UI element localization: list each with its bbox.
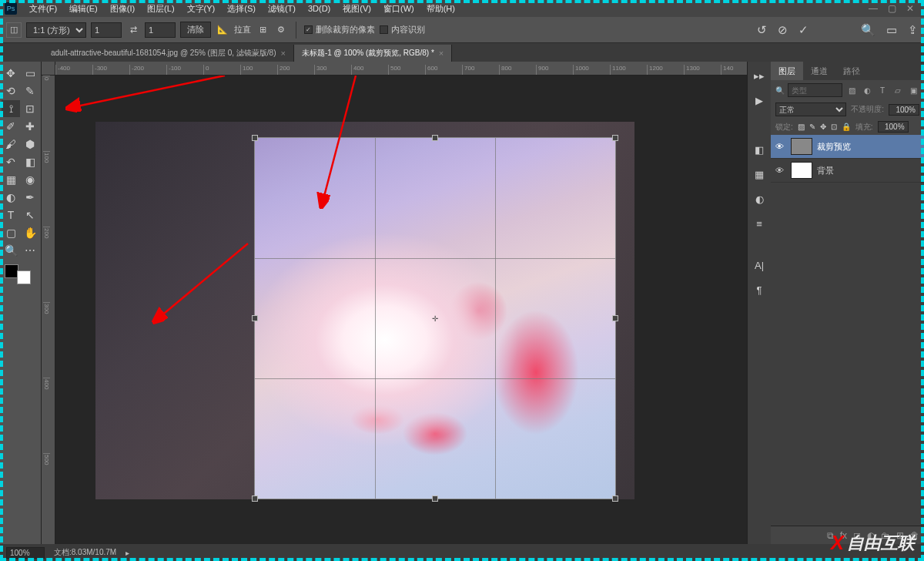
properties-panel-icon[interactable]: ≡ (752, 216, 767, 231)
document-tab[interactable]: adult-attractive-beautiful-1681054.jpg @… (43, 45, 294, 62)
menu-help[interactable]: 帮助(H) (420, 3, 461, 15)
quick-select-tool[interactable]: ✎ (21, 82, 39, 99)
hand-tool[interactable]: ✋ (21, 224, 39, 241)
close-button[interactable]: ✕ (901, 3, 919, 14)
history-brush-tool[interactable]: ↶ (2, 153, 20, 170)
menu-layer[interactable]: 图层(L) (141, 3, 180, 15)
layer-row[interactable]: 👁 裁剪预览 (771, 135, 924, 159)
vertical-ruler: 0100200300400500 (42, 76, 55, 544)
layer-filter-input[interactable] (788, 83, 842, 97)
cancel-crop-icon[interactable]: ⊘ (778, 23, 788, 37)
menu-3d[interactable]: 3D(D) (302, 4, 336, 13)
filter-kind-icon[interactable]: 🔍 (775, 86, 785, 95)
minimize-button[interactable]: — (864, 3, 882, 14)
crop-height-input[interactable] (145, 22, 176, 38)
zoom-tool[interactable]: 🔍 (2, 242, 20, 259)
gradient-tool[interactable]: ▦ (2, 171, 20, 188)
play-panel-icon[interactable]: ▶ (752, 92, 767, 108)
menu-filter[interactable]: 滤镜(T) (262, 3, 302, 15)
layer-row[interactable]: 👁 背景 (771, 159, 924, 183)
menu-edit[interactable]: 编辑(E) (63, 3, 104, 15)
crop-width-input[interactable] (91, 22, 122, 38)
close-tab-icon[interactable]: × (439, 49, 444, 58)
brush-tool[interactable]: 🖌 (2, 136, 20, 153)
layer-thumbnail[interactable] (791, 138, 812, 155)
close-tab-icon[interactable]: × (281, 49, 286, 58)
document-viewport[interactable]: ✛ (55, 76, 747, 544)
pen-tool[interactable]: ✒ (21, 189, 39, 206)
swatches-panel-icon[interactable]: ▦ (752, 166, 767, 182)
char-panel-icon[interactable]: A| (752, 257, 767, 273)
document-tab[interactable]: 未标题-1 @ 100% (裁剪预览, RGB/8) * × (294, 45, 452, 62)
straighten-label: 拉直 (234, 24, 251, 35)
clone-stamp-tool[interactable]: ⬢ (21, 136, 39, 153)
commit-crop-icon[interactable]: ✓ (798, 23, 808, 37)
menu-file[interactable]: 文件(F) (23, 3, 63, 15)
color-panel-icon[interactable]: ◧ (752, 142, 767, 157)
eyedropper-tool[interactable]: ✐ (2, 118, 20, 135)
layer-visibility-icon[interactable]: 👁 (775, 142, 786, 151)
filter-pixel-icon[interactable]: ▨ (845, 85, 858, 96)
color-swatches[interactable] (5, 264, 31, 284)
svg-line-2 (156, 244, 248, 321)
menu-image[interactable]: 图像(I) (104, 3, 141, 15)
crop-tool[interactable]: ⟟ (2, 100, 20, 117)
rectangle-tool[interactable]: ▢ (2, 224, 20, 241)
clear-button[interactable]: 清除 (180, 22, 211, 38)
layer-visibility-icon[interactable]: 👁 (775, 166, 786, 175)
dodge-tool[interactable]: ◐ (2, 189, 20, 206)
layer-name[interactable]: 裁剪预览 (817, 141, 851, 153)
filter-adjust-icon[interactable]: ◐ (861, 85, 873, 96)
lock-transparency-icon[interactable]: ▨ (798, 123, 805, 131)
maximize-button[interactable]: ▢ (882, 3, 901, 14)
adjustments-panel-icon[interactable]: ◐ (752, 191, 767, 207)
filter-shape-icon[interactable]: ▱ (892, 85, 904, 96)
eraser-tool[interactable]: ◧ (21, 153, 39, 170)
fill-value[interactable]: 100% (878, 121, 909, 133)
workspace-icon[interactable]: ▭ (886, 23, 897, 37)
history-panel-icon[interactable]: ▸▸ (752, 68, 767, 83)
edit-toolbar[interactable]: ⋯ (21, 242, 39, 259)
swap-dimensions-icon[interactable]: ⇄ (126, 23, 140, 37)
background-color[interactable] (17, 270, 31, 284)
reset-icon[interactable]: ↺ (757, 23, 767, 37)
lasso-tool[interactable]: ⟲ (2, 82, 20, 99)
paths-tab[interactable]: 路径 (835, 62, 868, 80)
menu-view[interactable]: 视图(V) (336, 3, 377, 15)
filter-type-icon[interactable]: T (876, 85, 889, 96)
menu-type[interactable]: 文字(Y) (181, 3, 222, 15)
lock-position-icon[interactable]: ✥ (820, 123, 826, 131)
healing-brush-tool[interactable]: ✚ (21, 118, 39, 135)
lock-artboard-icon[interactable]: ⊡ (831, 123, 837, 131)
straighten-icon[interactable]: 📐 (216, 23, 229, 37)
crop-settings-icon[interactable]: ⚙ (274, 23, 288, 37)
blur-tool[interactable]: ◉ (21, 171, 39, 188)
move-tool[interactable]: ✥ (2, 65, 20, 82)
status-chevron-icon[interactable]: ▸ (126, 549, 129, 557)
canvas-area[interactable]: -400-300-200-100010020030040050060070080… (42, 62, 747, 544)
zoom-level[interactable]: 100% (6, 547, 45, 559)
channels-tab[interactable]: 通道 (803, 62, 835, 80)
content-aware-checkbox[interactable]: 内容识别 (380, 24, 425, 35)
path-select-tool[interactable]: ↖ (21, 207, 39, 223)
layer-name[interactable]: 背景 (817, 165, 834, 176)
layer-thumbnail[interactable] (791, 162, 812, 179)
layers-tab[interactable]: 图层 (771, 62, 803, 80)
rect-marquee-tool[interactable]: ▭ (21, 65, 39, 82)
menu-window[interactable]: 窗口(W) (377, 3, 420, 15)
menu-select[interactable]: 选择(S) (221, 3, 262, 15)
filter-smart-icon[interactable]: ▣ (907, 85, 919, 96)
type-tool[interactable]: T (2, 207, 20, 223)
search-icon[interactable]: 🔍 (861, 23, 875, 37)
opacity-value[interactable]: 100% (889, 104, 919, 116)
frame-tool[interactable]: ⊡ (21, 100, 39, 117)
lock-pixels-icon[interactable]: ✎ (809, 123, 815, 131)
para-panel-icon[interactable]: ¶ (752, 282, 767, 297)
blend-mode-select[interactable]: 正常 (775, 102, 846, 116)
aspect-ratio-select[interactable]: 1:1 (方形) (26, 22, 86, 38)
lock-all-icon[interactable]: 🔒 (842, 123, 851, 131)
document-info: 文档:8.03M/10.7M (54, 547, 116, 558)
delete-cropped-checkbox[interactable]: ✓删除裁剪的像素 (304, 24, 375, 35)
overlay-options-icon[interactable]: ⊞ (256, 23, 270, 37)
share-icon[interactable]: ⇪ (908, 23, 918, 37)
